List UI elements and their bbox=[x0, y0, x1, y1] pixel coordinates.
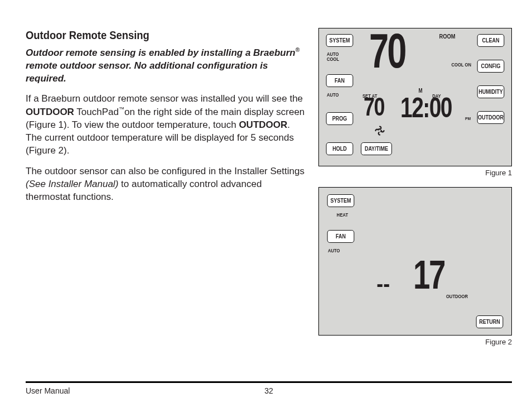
section-heading: Outdoor Remote Sensing bbox=[26, 28, 284, 43]
p2-a: The outdoor sensor can also be configure… bbox=[26, 166, 304, 176]
fan-button[interactable]: FAN bbox=[326, 74, 354, 87]
fan-status: AUTO bbox=[327, 92, 339, 98]
page-number: 32 bbox=[264, 386, 273, 395]
room-temp-value: 70 bbox=[369, 32, 405, 70]
outdoor-temp-value: 17 bbox=[413, 259, 444, 291]
fan-button-2[interactable]: FAN bbox=[327, 230, 355, 243]
body-text: Outdoor Remote Sensing Outdoor remote se… bbox=[26, 28, 306, 381]
fan-icon bbox=[375, 126, 385, 136]
cool-on-label: COOL ON bbox=[443, 62, 471, 68]
system-button-2[interactable]: SYSTEM bbox=[327, 194, 355, 207]
system-button[interactable]: SYSTEM bbox=[326, 34, 354, 47]
paragraph-1: If a Braeburn outdoor remote sensor was … bbox=[26, 93, 306, 157]
config-button[interactable]: CONFIG bbox=[477, 60, 505, 73]
clock-value: 12:00 bbox=[400, 97, 452, 119]
footer-doc-title: User Manual bbox=[26, 386, 70, 395]
outdoor-label: OUTDOOR bbox=[439, 294, 468, 299]
humidity-button[interactable]: HUMIDITY bbox=[477, 85, 505, 98]
prog-button[interactable]: PROG bbox=[326, 112, 354, 125]
set-temp-value: 70 bbox=[364, 97, 384, 117]
p1-a: If a Braeburn outdoor remote sensor was … bbox=[26, 93, 303, 104]
trademark: ™ bbox=[119, 106, 124, 112]
figure-2-caption: Figure 2 bbox=[318, 338, 512, 346]
figure-2-wrapper: SYSTEM HEAT FAN AUTO RETURN -- 17 OUTDOO… bbox=[318, 187, 512, 346]
svg-point-0 bbox=[379, 130, 380, 131]
p2-italic: (See Installer Manual) bbox=[26, 179, 118, 189]
fan-status-2: AUTO bbox=[328, 248, 340, 253]
figure-2: SYSTEM HEAT FAN AUTO RETURN -- 17 OUTDOO… bbox=[318, 187, 512, 336]
p1-outdoor-bold: OUTDOOR bbox=[26, 107, 74, 117]
mode-cool: COOL bbox=[327, 56, 339, 62]
outdoor-button[interactable]: OUTDOOR bbox=[477, 111, 505, 124]
pm-label: PM bbox=[465, 116, 471, 121]
registered-mark: ® bbox=[296, 47, 300, 53]
dash-indicator: -- bbox=[376, 271, 390, 296]
clean-button[interactable]: CLEAN bbox=[477, 34, 505, 47]
paragraph-2: The outdoor sensor can also be configure… bbox=[26, 165, 306, 204]
room-label: ROOM bbox=[433, 33, 462, 40]
figure-1-caption: Figure 1 bbox=[318, 169, 512, 177]
page-footer: User Manual 32 bbox=[26, 381, 512, 395]
hold-button[interactable]: HOLD bbox=[326, 142, 354, 155]
intro-text-a: Outdoor remote sensing is enabled by ins… bbox=[26, 47, 296, 58]
figure-1-wrapper: SYSTEM AUTO COOL FAN AUTO PROG HOLD DAY/… bbox=[318, 28, 512, 177]
intro-paragraph: Outdoor remote sensing is enabled by ins… bbox=[26, 46, 306, 85]
mode-status: AUTO COOL bbox=[327, 52, 339, 62]
daytime-button[interactable]: DAY/TIME bbox=[361, 142, 392, 155]
p1-b: TouchPad bbox=[74, 107, 119, 117]
return-button[interactable]: RETURN bbox=[476, 315, 504, 328]
p1-outdoor2-bold: OUTDOOR bbox=[239, 119, 287, 130]
figure-1: SYSTEM AUTO COOL FAN AUTO PROG HOLD DAY/… bbox=[318, 28, 512, 166]
mode-status-2: HEAT bbox=[332, 212, 352, 218]
intro-text-b: remote outdoor sensor. No additional con… bbox=[26, 60, 268, 84]
